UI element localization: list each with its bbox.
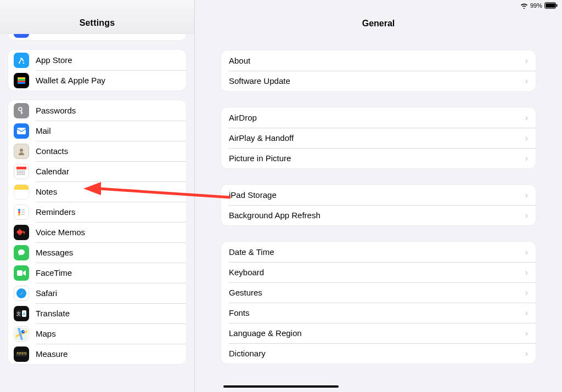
chevron-right-icon: › bbox=[525, 328, 528, 338]
sidebar-item-contacts[interactable]: Contacts bbox=[8, 141, 186, 161]
svg-rect-31 bbox=[21, 209, 25, 211]
detail-row-label: Software Update bbox=[229, 76, 290, 86]
svg-rect-33 bbox=[21, 214, 25, 215]
svg-rect-20 bbox=[20, 172, 21, 173]
general-detail: General About › Software Update › AirDro… bbox=[195, 0, 562, 392]
detail-row-label: iPad Storage bbox=[229, 190, 277, 200]
sidebar-item-appstore[interactable]: App Store bbox=[8, 50, 186, 70]
sidebar-item-wallet[interactable]: Wallet & Apple Pay bbox=[8, 70, 186, 90]
detail-row-language-region[interactable]: Language & Region › bbox=[221, 323, 536, 343]
sidebar-item-voicememos[interactable]: Voice Memos bbox=[8, 222, 186, 242]
svg-rect-32 bbox=[21, 212, 25, 213]
sidebar-item-reminders[interactable]: Reminders bbox=[8, 202, 186, 222]
svg-rect-27 bbox=[24, 174, 25, 175]
chevron-right-icon: › bbox=[525, 211, 528, 220]
sidebar-scroll[interactable]: App Store Wallet & Apple Pay Passwords bbox=[0, 34, 194, 392]
sidebar-item-facetime[interactable]: FaceTime bbox=[8, 263, 186, 283]
appstore-icon bbox=[14, 53, 29, 68]
chevron-right-icon: › bbox=[525, 190, 528, 200]
battery-icon bbox=[544, 2, 558, 9]
home-indicator bbox=[223, 385, 339, 388]
detail-scroll[interactable]: About › Software Update › AirDrop › AirP… bbox=[195, 34, 562, 363]
translate-icon: 文A bbox=[14, 306, 29, 321]
detail-row-label: AirPlay & Handoff bbox=[229, 133, 294, 143]
detail-group-airdrop: AirDrop › AirPlay & Handoff › Picture in… bbox=[221, 107, 536, 168]
chevron-right-icon: › bbox=[525, 247, 528, 257]
chevron-right-icon: › bbox=[525, 113, 528, 123]
sidebar-title: Settings bbox=[80, 18, 115, 28]
svg-point-11 bbox=[20, 149, 23, 152]
detail-row-dictionary[interactable]: Dictionary › bbox=[221, 343, 536, 363]
notes-icon bbox=[14, 184, 29, 200]
chevron-right-icon: › bbox=[525, 288, 528, 298]
detail-row-pip[interactable]: Picture in Picture › bbox=[221, 148, 536, 168]
measure-icon bbox=[14, 346, 29, 362]
detail-row-label: Dictionary bbox=[229, 349, 266, 358]
detail-row-airplay[interactable]: AirPlay & Handoff › bbox=[221, 128, 536, 148]
calendar-icon bbox=[14, 164, 29, 179]
svg-rect-24 bbox=[19, 174, 20, 175]
sidebar-item-label: Measure bbox=[36, 349, 68, 359]
detail-row-about[interactable]: About › bbox=[221, 50, 536, 71]
chevron-right-icon: › bbox=[525, 56, 528, 66]
detail-row-label: Picture in Picture bbox=[229, 154, 291, 163]
detail-row-storage[interactable]: iPad Storage › bbox=[221, 185, 536, 205]
svg-rect-6 bbox=[18, 82, 25, 84]
detail-row-airdrop[interactable]: AirDrop › bbox=[221, 107, 536, 128]
svg-rect-23 bbox=[17, 174, 18, 175]
detail-title: General bbox=[362, 19, 395, 29]
sidebar-item-safari[interactable]: Safari bbox=[8, 283, 186, 303]
contacts-icon bbox=[14, 144, 29, 159]
wifi-icon bbox=[520, 3, 528, 9]
chevron-right-icon: › bbox=[525, 154, 528, 163]
sidebar-item-label: Contacts bbox=[36, 146, 68, 156]
svg-text:A: A bbox=[23, 311, 26, 316]
sidebar-item-label: Notes bbox=[36, 187, 57, 196]
sidebar-item-notes[interactable]: Notes bbox=[8, 181, 186, 202]
detail-row-bg-refresh[interactable]: Background App Refresh › bbox=[221, 205, 536, 225]
detail-row-label: Date & Time bbox=[229, 247, 274, 257]
sidebar-item-passwords[interactable]: Passwords bbox=[8, 100, 186, 121]
svg-rect-2 bbox=[557, 4, 558, 7]
svg-rect-8 bbox=[21, 110, 23, 114]
svg-rect-10 bbox=[17, 128, 26, 134]
svg-rect-14 bbox=[19, 171, 20, 172]
detail-row-keyboard[interactable]: Keyboard › bbox=[221, 262, 536, 282]
svg-rect-13 bbox=[17, 171, 18, 172]
detail-group-storage: iPad Storage › Background App Refresh › bbox=[221, 185, 536, 225]
detail-row-software-update[interactable]: Software Update › bbox=[221, 71, 536, 91]
chevron-right-icon: › bbox=[525, 349, 528, 359]
sidebar-header: Settings bbox=[0, 0, 194, 34]
detail-group-about: About › Software Update › bbox=[221, 50, 536, 91]
svg-rect-17 bbox=[24, 171, 25, 172]
sidebar-item-label: Passwords bbox=[36, 106, 76, 115]
sidebar-item-calendar[interactable]: Calendar bbox=[8, 161, 186, 181]
detail-row-date-time[interactable]: Date & Time › bbox=[221, 242, 536, 262]
svg-rect-12 bbox=[16, 167, 26, 169]
sidebar-item-measure[interactable]: Measure bbox=[8, 344, 186, 364]
settings-sidebar: Settings App Store bbox=[0, 0, 195, 392]
sidebar-item-partial[interactable] bbox=[8, 34, 186, 40]
sidebar-item-label: Calendar bbox=[36, 167, 69, 176]
safari-icon bbox=[14, 286, 29, 301]
sidebar-item-label: Safari bbox=[36, 288, 57, 298]
svg-point-29 bbox=[18, 211, 20, 213]
detail-row-fonts[interactable]: Fonts › bbox=[221, 303, 536, 323]
sidebar-item-maps[interactable]: Maps bbox=[8, 323, 186, 344]
sidebar-item-translate[interactable]: 文A Translate bbox=[8, 303, 186, 323]
sidebar-item-messages[interactable]: Messages bbox=[8, 242, 186, 263]
sidebar-item-label: Maps bbox=[36, 329, 56, 338]
detail-row-label: Fonts bbox=[229, 308, 250, 317]
detail-row-label: Keyboard bbox=[229, 268, 264, 277]
svg-point-28 bbox=[18, 209, 20, 211]
detail-row-gestures[interactable]: Gestures › bbox=[221, 282, 536, 303]
svg-rect-34 bbox=[17, 270, 23, 276]
detail-row-label: About bbox=[229, 56, 250, 65]
svg-rect-19 bbox=[19, 172, 20, 173]
sidebar-item-label: Reminders bbox=[36, 207, 76, 217]
sidebar-item-mail[interactable]: Mail bbox=[8, 121, 186, 141]
svg-text:文: 文 bbox=[16, 311, 21, 316]
chevron-right-icon: › bbox=[525, 268, 528, 277]
svg-rect-22 bbox=[24, 172, 25, 173]
svg-point-30 bbox=[18, 213, 20, 215]
